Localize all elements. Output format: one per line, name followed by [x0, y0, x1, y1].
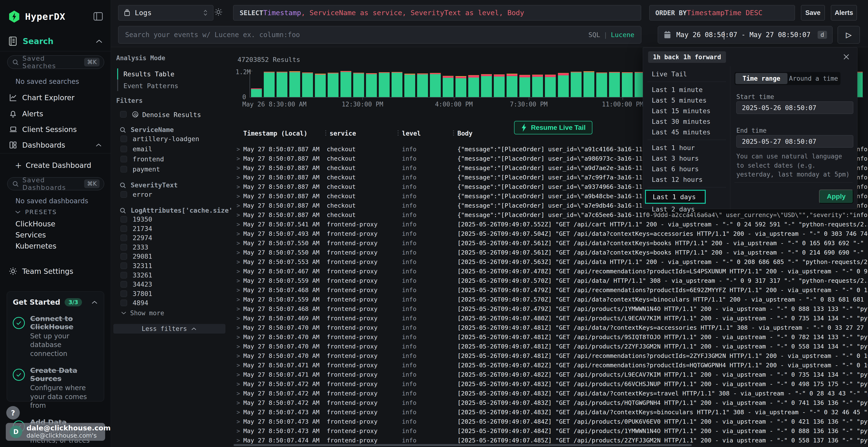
table-row[interactable]: >May 27 8:50:07.473 AMfrontend-proxyinfo… — [233, 408, 868, 417]
one-hour-forward-button[interactable]: 1h forward — [679, 51, 726, 63]
apply-button[interactable]: Apply — [819, 190, 853, 204]
row-expand-chevron-icon[interactable]: > — [233, 174, 243, 181]
row-expand-chevron-icon[interactable]: > — [233, 418, 243, 425]
facet-value-checkbox[interactable] — [121, 235, 127, 241]
histogram-bar[interactable] — [302, 72, 313, 97]
facet-value-label[interactable]: error — [133, 191, 152, 198]
search-icon[interactable] — [119, 182, 126, 189]
table-row[interactable]: >May 27 8:50:07.467 AMfrontend-proxyinfo… — [233, 267, 868, 276]
histogram-bar[interactable] — [545, 75, 556, 97]
table-row[interactable]: >May 27 8:50:07.472 AMfrontend-proxyinfo… — [233, 379, 868, 389]
facet-value-label[interactable]: 32311 — [133, 262, 152, 270]
histogram-bar[interactable] — [392, 72, 402, 97]
facet-value-label[interactable]: 4894 — [133, 299, 148, 307]
start-time-input[interactable]: 2025-05-26 08:50:07 — [736, 101, 853, 114]
time-preset-live-tail[interactable]: Live Tail — [643, 69, 730, 79]
chevron-up-icon[interactable] — [95, 38, 103, 44]
row-expand-chevron-icon[interactable]: > — [233, 183, 243, 190]
facet-value-checkbox[interactable] — [121, 226, 127, 232]
row-expand-chevron-icon[interactable]: > — [233, 277, 243, 284]
row-expand-chevron-icon[interactable]: > — [233, 390, 243, 397]
facet-value-label[interactable]: 21734 — [133, 225, 152, 232]
table-row[interactable]: >May 27 8:50:07.472 AMfrontend-proxyinfo… — [233, 398, 868, 408]
source-settings-gear-icon[interactable] — [214, 8, 223, 16]
row-expand-chevron-icon[interactable]: > — [233, 231, 243, 237]
histogram-bar[interactable] — [328, 73, 339, 97]
analysis-mode-results-table[interactable]: Results Table — [123, 70, 174, 78]
facet-value-checkbox[interactable] — [121, 146, 127, 152]
search-icon[interactable] — [119, 207, 126, 214]
sidebar-item-alerts[interactable]: Alerts — [0, 107, 111, 120]
sidebar-preset-clickhouse[interactable]: ClickHouse — [16, 220, 56, 228]
facet-value-checkbox[interactable] — [121, 263, 127, 269]
histogram-bar[interactable] — [622, 72, 633, 97]
histogram-bar[interactable] — [494, 74, 505, 97]
tab-around-a-time[interactable]: Around a time — [787, 73, 840, 84]
table-row[interactable]: >May 27 8:50:07.473 AMfrontend-proxyinfo… — [233, 417, 868, 426]
facet-value-label[interactable]: email — [133, 145, 152, 153]
row-expand-chevron-icon[interactable]: > — [233, 249, 243, 256]
row-expand-chevron-icon[interactable]: > — [233, 146, 243, 153]
table-row[interactable]: >May 27 8:50:07.473 AMfrontend-proxyinfo… — [233, 426, 868, 436]
scrollbar-thumb[interactable] — [234, 444, 692, 446]
histogram-bar[interactable] — [443, 76, 454, 97]
histogram-bar[interactable] — [596, 72, 607, 97]
histogram-bar[interactable] — [289, 71, 300, 97]
histogram-bar[interactable] — [404, 74, 415, 97]
row-expand-chevron-icon[interactable]: > — [233, 371, 243, 378]
facet-value-checkbox[interactable] — [121, 156, 127, 162]
table-row[interactable]: >May 27 8:50:07.472 AMfrontend-proxyinfo… — [233, 389, 868, 398]
end-time-input[interactable]: 2025-05-27 08:50:07 — [736, 135, 853, 148]
histogram-bar[interactable] — [340, 71, 351, 97]
row-expand-chevron-icon[interactable]: > — [233, 240, 243, 247]
histogram-bar[interactable] — [558, 73, 569, 97]
facet-value-checkbox[interactable] — [121, 272, 127, 278]
table-row[interactable]: >May 27 8:50:07.470 AMfrontend-proxyinfo… — [233, 351, 868, 360]
histogram-bar[interactable] — [532, 75, 543, 97]
facet-value-label[interactable]: 19350 — [133, 215, 152, 223]
time-preset-last-30-minutes[interactable]: Last 30 minutes — [643, 116, 730, 127]
create-dashboard-button[interactable]: + Create Dashboard — [15, 161, 91, 170]
histogram-bar[interactable] — [264, 72, 275, 97]
histogram-bar[interactable] — [379, 72, 390, 97]
sidebar-item-team-settings[interactable]: Team Settings — [0, 265, 111, 277]
table-row[interactable]: >May 27 8:50:07.470 AMfrontend-proxyinfo… — [233, 332, 868, 342]
facet-value-label[interactable]: 34423 — [133, 281, 152, 288]
facet-value-checkbox[interactable] — [121, 281, 127, 287]
user-menu[interactable]: D dale@clickhouse.com dale@clickhouse.co… — [6, 423, 105, 441]
histogram-bar[interactable] — [506, 74, 518, 97]
row-expand-chevron-icon[interactable]: > — [233, 343, 243, 350]
chevron-up-icon[interactable] — [91, 300, 98, 305]
histogram-bar[interactable] — [519, 75, 530, 97]
denoise-checkbox[interactable] — [120, 111, 127, 117]
table-row[interactable]: >May 27 8:50:07.471 AMfrontend-proxyinfo… — [233, 370, 868, 379]
row-expand-chevron-icon[interactable]: > — [233, 428, 243, 435]
search-icon[interactable] — [119, 126, 126, 133]
col-header-timestamp[interactable]: Timestamp (Local) — [243, 130, 325, 137]
histogram-bar[interactable] — [417, 73, 428, 97]
sidebar-item-chart-explorer[interactable]: Chart Explorer — [0, 91, 111, 104]
col-header-level[interactable]: level — [398, 130, 453, 137]
alerts-button[interactable]: Alerts — [831, 5, 857, 21]
row-expand-chevron-icon[interactable]: > — [233, 306, 243, 312]
time-preset-last-15-minutes[interactable]: Last 15 minutes — [643, 105, 730, 116]
row-expand-chevron-icon[interactable]: > — [233, 202, 243, 209]
histogram-bar[interactable] — [353, 73, 364, 97]
sidebar-preset-kubernetes[interactable]: Kubernetes — [16, 242, 56, 250]
time-preset-last-3-hours[interactable]: Last 3 hours — [643, 153, 730, 164]
run-query-button[interactable]: ▷ — [838, 26, 860, 44]
table-row[interactable]: >May 27 8:50:07.887 AMcheckoutinfo{"mess… — [233, 210, 868, 220]
lucene-search-input[interactable]: Search your events w/ Lucene ex. column:… — [118, 26, 641, 44]
facet-value-label[interactable]: 2333 — [133, 243, 148, 251]
row-expand-chevron-icon[interactable]: > — [233, 193, 243, 200]
table-row[interactable]: >May 27 8:50:07.493 AMfrontend-proxyinfo… — [233, 229, 868, 238]
tab-time-range[interactable]: Time range — [735, 73, 787, 84]
table-row[interactable]: >May 27 8:50:07.553 AMfrontend-proxyinfo… — [233, 257, 868, 267]
row-expand-chevron-icon[interactable]: > — [233, 315, 243, 322]
sidebar-collapse-icon[interactable] — [93, 11, 103, 21]
facet-value-label[interactable]: frontend — [133, 156, 164, 163]
chevron-up-icon[interactable] — [95, 143, 102, 147]
horizontal-scrollbar[interactable] — [233, 444, 868, 447]
facet-value-checkbox[interactable] — [121, 244, 127, 250]
facet-value-label[interactable]: payment — [133, 166, 160, 173]
